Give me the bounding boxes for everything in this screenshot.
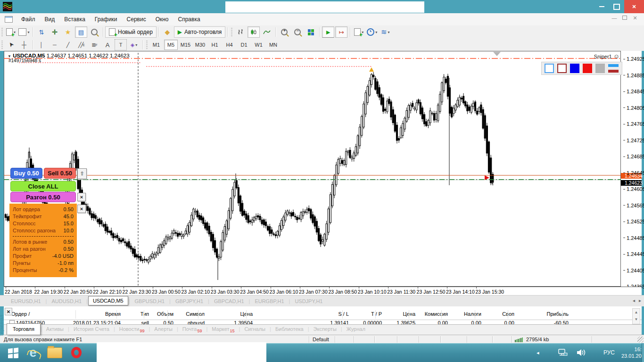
- metaeditor-icon[interactable]: ◆: [161, 26, 173, 38]
- column-header-0[interactable]: Ордер /: [11, 311, 30, 317]
- razgon-button[interactable]: Разгон 0.50: [10, 192, 76, 202]
- menu-item-2[interactable]: Вставка: [59, 14, 90, 25]
- navigator-icon[interactable]: ★: [62, 26, 74, 38]
- arrows-tool-icon[interactable]: ◈: [128, 39, 140, 50]
- tile-windows-icon[interactable]: [305, 26, 317, 38]
- indicators-button[interactable]: +: [353, 26, 365, 38]
- child-close-icon[interactable]: ✕: [630, 15, 640, 21]
- menu-item-5[interactable]: Окно: [151, 14, 173, 25]
- timeframe-m5[interactable]: M5: [164, 40, 178, 50]
- chart-tab-eurusdh1[interactable]: EURUSD,H1: [7, 297, 45, 305]
- auto-scroll-icon[interactable]: ▶: [322, 26, 334, 38]
- column-header-3[interactable]: Объем: [157, 311, 173, 317]
- language-indicator[interactable]: РУС: [603, 343, 615, 362]
- column-header-1[interactable]: Время: [105, 311, 121, 317]
- strategy-tester-icon[interactable]: [88, 26, 100, 38]
- time-axis[interactable]: 22 Jan 201822 Jan 19:3022 Jan 20:5022 Ja…: [4, 287, 642, 296]
- terminal-tab-9[interactable]: Эксперты: [309, 325, 341, 333]
- menu-item-4[interactable]: Сервис: [122, 14, 151, 25]
- maximize-button[interactable]: [609, 0, 624, 13]
- bar-chart-icon[interactable]: [234, 26, 247, 38]
- trendline-tool-icon[interactable]: ╱: [62, 39, 74, 50]
- timeframe-h1[interactable]: H1: [208, 40, 222, 50]
- market-watch-icon[interactable]: ⇅: [35, 26, 48, 38]
- column-header-12[interactable]: Прибыль: [546, 311, 569, 317]
- timeframe-m15[interactable]: M15: [179, 40, 192, 50]
- column-header-9[interactable]: Комиссия: [425, 311, 448, 317]
- templates-button[interactable]: ≋: [379, 26, 391, 38]
- terminal-close-icon[interactable]: ✕: [5, 308, 12, 315]
- minimize-button[interactable]: [594, 0, 609, 13]
- chart-shift-icon[interactable]: ↦: [335, 26, 347, 38]
- fibonacci-tool-icon[interactable]: ≣F: [88, 39, 100, 50]
- terminal-tab-4[interactable]: Алерты: [150, 325, 177, 333]
- panel-close-button-2[interactable]: ×: [77, 205, 86, 213]
- child-window-icon[interactable]: [5, 16, 13, 23]
- opera-icon[interactable]: [68, 345, 85, 361]
- tab-scroll-left-icon[interactable]: ◂: [633, 298, 635, 303]
- chart-tab-gbpusdh1[interactable]: GBPUSD,H1: [131, 297, 169, 305]
- chart-tab-usdjpyh1[interactable]: USDJPY,H1: [290, 297, 327, 305]
- tab-scroll-right-icon[interactable]: ▸: [639, 298, 641, 303]
- terminal-tab-5[interactable]: Почта59: [178, 325, 206, 333]
- internet-explorer-icon[interactable]: e: [25, 345, 41, 361]
- periods-button[interactable]: [366, 26, 378, 38]
- column-header-4[interactable]: Символ: [186, 311, 205, 317]
- collapse-arrow-icon[interactable]: ▼: [8, 54, 11, 58]
- terminal-tab-7[interactable]: Сигналы: [240, 325, 270, 333]
- terminal-tab-3[interactable]: Новости99: [115, 325, 149, 333]
- terminal-tab-1[interactable]: Активы: [42, 325, 68, 333]
- column-header-11[interactable]: Своп: [502, 311, 514, 317]
- channel-tool-icon[interactable]: ╱╱E: [75, 39, 87, 50]
- chart-tab-gbpjpyh1[interactable]: GBPJPY,H1: [171, 297, 207, 305]
- swatch-blue-fill[interactable]: [570, 64, 579, 73]
- timeframe-mn[interactable]: MN: [266, 40, 280, 50]
- status-profile[interactable]: Default: [313, 337, 329, 342]
- terminal-tab-0[interactable]: Торговля: [7, 323, 41, 335]
- terminal-tab-6[interactable]: Маркет15: [207, 325, 239, 333]
- volume-icon[interactable]: [576, 343, 587, 362]
- new-chart-button[interactable]: +: [5, 26, 17, 38]
- timeframe-d1[interactable]: D1: [237, 40, 251, 50]
- terminal-tab-8[interactable]: Библиотека: [271, 325, 308, 333]
- network-icon[interactable]: [557, 343, 568, 362]
- terminal-toggle-icon[interactable]: ▤: [75, 26, 87, 38]
- chart-tab-audusdh1[interactable]: AUDUSD,H1: [47, 297, 86, 305]
- vertical-line-tool-icon[interactable]: │: [35, 39, 48, 50]
- taskbar-clock[interactable]: 16:41 23.01.2018: [621, 343, 644, 362]
- buy-button[interactable]: Buy 0.50: [10, 168, 42, 179]
- column-header-2[interactable]: Тип: [140, 311, 149, 317]
- close-all-button[interactable]: Close ALL: [10, 181, 76, 191]
- candlestick-chart-icon[interactable]: [248, 26, 260, 38]
- terminal-tab-10[interactable]: Журнал: [342, 325, 370, 333]
- zoom-out-icon[interactable]: −: [291, 26, 304, 38]
- text-label-tool-icon[interactable]: T: [115, 39, 127, 50]
- file-explorer-icon[interactable]: [46, 345, 63, 361]
- sell-button[interactable]: Sell 0.50: [44, 168, 76, 179]
- profiles-button[interactable]: [18, 26, 30, 38]
- swatch-red-fill[interactable]: [583, 64, 592, 73]
- swatch-gray-fill[interactable]: [595, 64, 605, 73]
- timeframe-m1[interactable]: M1: [149, 40, 163, 50]
- auto-trading-button[interactable]: ▶ Авто-торговля: [174, 26, 225, 38]
- swatch-bicolor-bars[interactable]: [608, 64, 618, 73]
- swatch-darkred-outline[interactable]: [557, 64, 567, 73]
- text-tool-icon[interactable]: A: [101, 39, 114, 50]
- menu-item-6[interactable]: Справка: [173, 14, 205, 25]
- terminal-tab-2[interactable]: История Счета: [69, 325, 114, 333]
- show-desktop-button[interactable]: [642, 343, 644, 362]
- chart-tab-eurgbph1[interactable]: EURGBP,H1: [250, 297, 288, 305]
- column-header-10[interactable]: Налоги: [464, 311, 481, 317]
- timeframe-h4[interactable]: H4: [223, 40, 236, 50]
- swatch-blue-outline[interactable]: [545, 64, 554, 73]
- horizontal-line-tool-icon[interactable]: ─: [49, 39, 61, 50]
- close-button[interactable]: ✕: [624, 0, 644, 13]
- crosshair-tool-icon[interactable]: ┼: [18, 39, 30, 50]
- child-restore-icon[interactable]: [619, 15, 630, 21]
- menu-item-3[interactable]: Графики: [90, 14, 122, 25]
- column-header-6[interactable]: S / L: [338, 311, 349, 317]
- panel-arrow-button[interactable]: ⇧: [77, 168, 87, 179]
- chart-tab-gbpcadh1[interactable]: GBPCAD,H1: [210, 297, 248, 305]
- child-minimize-icon[interactable]: —: [609, 15, 619, 21]
- timeframe-m30[interactable]: M30: [193, 40, 207, 50]
